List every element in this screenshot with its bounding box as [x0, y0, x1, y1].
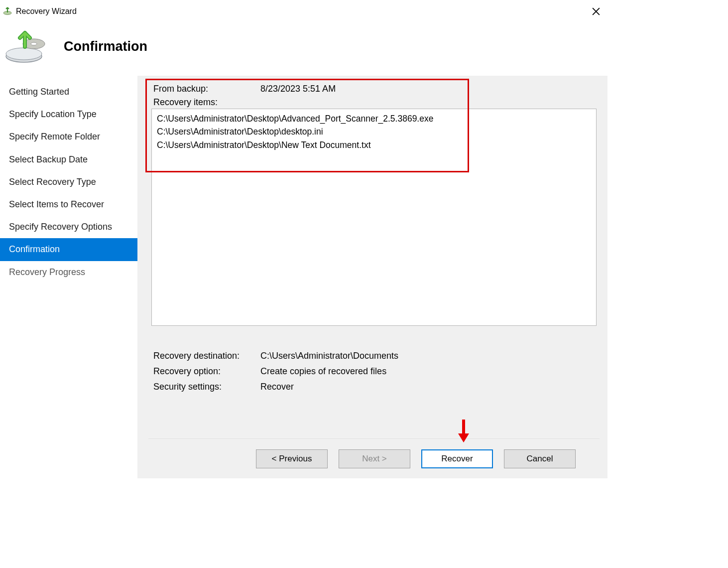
wizard-footer: < Previous Next > Recover Cancel: [148, 438, 600, 478]
window-title: Recovery Wizard: [16, 7, 77, 16]
previous-button[interactable]: < Previous: [256, 449, 328, 468]
recovery-destination-label: Recovery destination:: [153, 351, 260, 361]
step-select-backup-date[interactable]: Select Backup Date: [0, 148, 137, 171]
recover-button[interactable]: Recover: [421, 449, 493, 468]
step-specify-remote-folder[interactable]: Specify Remote Folder: [0, 126, 137, 148]
recovery-details: Recovery destination: C:\Users\Administr…: [148, 351, 600, 392]
header: Confirmation: [0, 20, 607, 76]
close-button[interactable]: [589, 4, 604, 19]
cancel-button[interactable]: Cancel: [504, 449, 576, 468]
svg-point-4: [31, 42, 37, 45]
recovery-option-value: Create copies of recovered files: [260, 366, 600, 377]
recovery-item[interactable]: C:\Users\Administrator\Desktop\New Text …: [157, 139, 591, 151]
recovery-disc-icon: [4, 29, 49, 64]
step-recovery-progress: Recovery Progress: [0, 261, 137, 284]
recovery-destination-value: C:\Users\Administrator\Documents: [260, 351, 600, 361]
step-specify-location-type[interactable]: Specify Location Type: [0, 103, 137, 126]
recovery-items-label: Recovery items:: [153, 97, 595, 108]
titlebar: Recovery Wizard: [0, 0, 607, 20]
main-panel: From backup: 8/23/2023 5:51 AM Recovery …: [137, 76, 607, 478]
backup-summary: From backup: 8/23/2023 5:51 AM Recovery …: [148, 82, 600, 109]
security-settings-value: Recover: [260, 382, 600, 392]
recovery-wizard-dialog: Recovery Wizard Confirmation Getting Sta…: [0, 0, 607, 478]
step-select-recovery-type[interactable]: Select Recovery Type: [0, 171, 137, 193]
page-title: Confirmation: [64, 39, 147, 54]
from-backup-value: 8/23/2023 5:51 AM: [260, 84, 595, 94]
next-button: Next >: [339, 449, 410, 468]
wizard-steps-sidebar: Getting Started Specify Location Type Sp…: [0, 76, 137, 478]
step-confirmation[interactable]: Confirmation: [0, 238, 137, 261]
wizard-icon: [2, 6, 13, 17]
svg-point-2: [6, 48, 42, 60]
recovery-item[interactable]: C:\Users\Administrator\Desktop\desktop.i…: [157, 125, 591, 138]
recovery-item[interactable]: C:\Users\Administrator\Desktop\Advanced_…: [157, 112, 591, 125]
wizard-body: Getting Started Specify Location Type Sp…: [0, 76, 607, 478]
security-settings-label: Security settings:: [153, 382, 260, 392]
step-getting-started[interactable]: Getting Started: [0, 81, 137, 103]
recovery-items-listbox[interactable]: C:\Users\Administrator\Desktop\Advanced_…: [151, 109, 597, 326]
from-backup-label: From backup:: [153, 84, 260, 94]
recovery-option-label: Recovery option:: [153, 366, 260, 377]
step-select-items-to-recover[interactable]: Select Items to Recover: [0, 193, 137, 216]
step-specify-recovery-options[interactable]: Specify Recovery Options: [0, 216, 137, 238]
